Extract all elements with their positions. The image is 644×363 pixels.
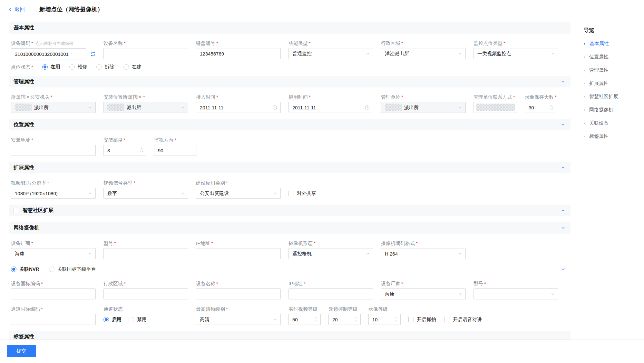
radio-removed[interactable]: 拆除 [96,64,114,70]
nav-item-location[interactable]: 位置属性 [584,50,644,64]
nav-item-linked-devices[interactable]: 关联设备 [584,116,644,130]
collapse-chevron-icon[interactable] [561,267,565,271]
mgmt-unit-field: 管理单位* 派出所 [381,94,466,113]
nvr-admin-region-input[interactable] [103,288,188,299]
radio-under-construction[interactable]: 在建 [123,64,141,70]
radio-maintenance[interactable]: 维修 [69,64,87,70]
collapse-chevron-icon[interactable] [561,226,565,230]
monitor-direction-input[interactable]: 90 [154,145,197,156]
collapse-chevron-icon[interactable] [561,79,565,84]
nvr-vendor-select[interactable]: 海康 [381,288,466,299]
nvr-gb-code-input[interactable] [11,288,96,299]
channel-code-input[interactable] [11,314,96,325]
install-district-field: 安装位置所属辖区* 派出所 [103,94,188,113]
device-name-input[interactable] [103,48,188,59]
bullet-icon [584,83,585,84]
nvr-model-select[interactable] [473,288,558,299]
required-star: * [216,281,218,286]
required-star: * [555,94,557,100]
required-star: * [401,281,403,286]
retention-days-input[interactable]: 30 [525,102,556,113]
access-time-datepicker[interactable]: 2011-11-11 [196,102,281,113]
nav-item-camera[interactable]: 网络摄像机 [584,103,644,116]
refresh-icon[interactable] [90,51,96,57]
gb-platform-radio[interactable]: 关联国标下级平台 [49,266,96,272]
checkbox-icon [408,317,414,322]
nav-item-tags[interactable]: 标签属性 [584,130,644,143]
number-stepper[interactable] [550,105,553,110]
resolution-select[interactable]: 1080P (1920×1080) [11,188,96,199]
camera-ip-input[interactable] [196,248,281,259]
police-org-field: 所属辖区公安机关* 派出所 [11,94,96,113]
field-label: 录像等级 [368,306,388,312]
signal-type-select[interactable]: 数字 [103,188,188,199]
radio-in-use[interactable]: 在用 [42,64,60,70]
chevron-down-icon [88,191,92,195]
device-code-input[interactable]: 31010000001320001001 [11,48,86,59]
number-stepper[interactable] [315,317,317,322]
field-label: 启用时间 [288,94,308,100]
required-star: * [41,306,43,312]
collapse-chevron-icon[interactable] [561,122,565,127]
number-stepper[interactable] [355,317,357,322]
live-level-input[interactable]: 50 [288,314,321,325]
field-label: 安装位置所属辖区 [103,94,142,100]
max-clarity-select[interactable]: 高清 [196,314,281,325]
mgmt-unit-select[interactable]: 派出所 [381,102,466,113]
required-star: * [31,40,33,46]
camera-encode-format-select[interactable]: H.264 [381,248,466,259]
field-label: 建设应用类别 [196,180,225,186]
number-stepper[interactable] [140,148,143,153]
install-district-select[interactable]: 派出所 [103,102,188,113]
nav-item-smart-community[interactable]: 智慧社区扩展 [584,90,644,103]
point-type-select[interactable]: 一类视频监控点 [473,48,558,59]
bullet-icon [584,70,585,71]
keyboard-no-input[interactable]: 123456789 [196,48,281,59]
channel-enabled-radio[interactable]: 启用 [103,317,122,323]
nav-item-management[interactable]: 管理属性 [584,64,644,77]
resolution-field: 视频/图片分辨率* 1080P (1920×1080) [11,180,96,199]
submit-button[interactable]: 提交 [7,345,36,357]
install-height-input[interactable]: 3 [103,145,146,156]
record-level-input[interactable]: 10 [368,314,401,325]
required-star: * [114,240,116,246]
police-org-select[interactable]: 派出所 [11,102,96,113]
enable-time-field: 启用时间* 2011-11-11 [288,94,373,113]
nvr-ip-input[interactable] [288,288,373,299]
share-external-checkbox[interactable]: 对外共享 [288,190,316,197]
back-button[interactable]: 返回 [9,6,25,13]
nvr-device-name-input[interactable] [196,288,281,299]
monitor-direction-field: 监视方向* 90 [154,137,197,156]
camera-model-input[interactable] [103,248,188,259]
bullet-icon [584,136,585,137]
build-category-select[interactable]: 公安出资建设 [196,188,281,199]
admin-region-select[interactable]: 洋泾派出所 [381,48,466,59]
collapse-chevron-icon[interactable] [561,165,565,170]
camera-vendor-select[interactable]: 海康 [11,248,96,259]
channel-disabled-radio[interactable]: 禁用 [129,317,147,323]
radio-icon [49,267,54,272]
collapse-chevron-icon[interactable] [561,208,565,213]
nav-item-extended[interactable]: 扩展属性 [584,77,644,90]
required-star: * [484,281,486,286]
install-address-input[interactable] [11,145,96,156]
nvr-mode-radio[interactable]: 关联NVR [11,266,39,272]
intercom-checkbox[interactable]: 开启语音对讲 [444,317,482,323]
field-label: 通道国际编码 [11,306,40,312]
function-type-select[interactable]: 普通监控 [288,48,373,59]
radio-icon [103,317,109,322]
capture-checkbox[interactable]: 开启抓拍 [408,317,436,323]
mgmt-contact-input[interactable] [473,102,517,113]
build-category-field: 建设应用类别* 公安出资建设 [196,180,281,199]
ptz-level-input[interactable]: 20 [328,314,361,325]
field-label: 设备国标编码 [11,281,40,286]
smart-community-checkbox[interactable]: 智慧社区扩展 [14,207,54,214]
camera-model-field: 型号* [103,240,188,259]
nav-item-basic[interactable]: 基本属性 [584,37,644,50]
section-extended-header: 扩展属性 [9,162,571,173]
mgmt-contact-field: 管理单位联系方式* [473,94,517,113]
enable-time-datepicker[interactable]: 2011-11-11 [288,102,373,113]
live-level-field: 实时视频等级 50 [288,306,321,325]
number-stepper[interactable] [395,317,397,322]
camera-form-factor-select[interactable]: 遥控枪机 [288,248,373,259]
